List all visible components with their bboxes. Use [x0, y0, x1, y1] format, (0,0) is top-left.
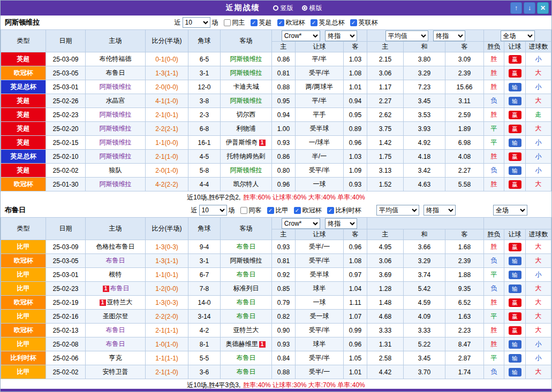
team-label: 阿斯顿维拉: [100, 139, 132, 146]
scope-controls: 全场: [484, 30, 551, 42]
scroll-up-button[interactable]: ↑: [510, 2, 522, 14]
corners: 6-8: [188, 122, 221, 136]
avg-draw-odds: 3.29: [404, 254, 445, 268]
same-venue-checkbox[interactable]: 同主: [224, 18, 245, 27]
league-badge: 欧冠杯: [1, 296, 46, 310]
handicap-away-odds: 1.07: [344, 310, 367, 324]
away-team: 标准列日: [221, 282, 272, 296]
scope-select[interactable]: 全场: [501, 30, 535, 41]
league-filter-checkbox[interactable]: 英足总杯: [311, 18, 345, 27]
team-label: 布鲁日: [237, 312, 256, 320]
match-row: 英超25-02-26水晶宫4-1(1-0)3-8阿斯顿维拉0.95平/半0.94…: [1, 94, 551, 108]
goals-over-under: 小: [526, 351, 551, 365]
result-wdl: 胜: [484, 296, 504, 310]
avg-draw-odds: 3.45: [404, 351, 445, 365]
recent-label-suffix: 场: [229, 206, 235, 215]
col-header-h-home: 主: [272, 229, 296, 240]
league-filter-checkbox[interactable]: 英超: [251, 18, 272, 27]
checkbox-label: 欧冠杯: [286, 18, 305, 27]
team-label: 阿斯顿维拉: [230, 55, 262, 63]
handicap-result: 输: [504, 94, 526, 108]
bookmaker-select[interactable]: Crow*: [282, 218, 320, 229]
average-select[interactable]: 平均值: [385, 30, 428, 41]
team-name: 阿斯顿维拉: [5, 18, 40, 27]
layout-horizontal-radio[interactable]: 横版: [302, 4, 322, 13]
layout-vertical-radio[interactable]: 竖版: [273, 4, 293, 13]
team-label: 阿斯顿维拉: [230, 257, 262, 264]
handicap-away-odds: 1.08: [344, 66, 367, 80]
league-filter-checkbox[interactable]: 比甲: [267, 206, 289, 215]
home-team: 阿斯顿维拉: [86, 80, 146, 94]
avg-home-odds: 3.06: [367, 254, 404, 268]
col-header-h-line: 让球: [296, 229, 344, 240]
results-table: 类型 日期 主场 比分(半场) 角球 客场 Crow* 终指 平均值 终指: [1, 29, 551, 191]
handicap-result: 输: [504, 80, 526, 94]
avg-home-odds: 4.68: [367, 310, 404, 324]
avg-away-odds: 2.59: [445, 108, 484, 122]
handicap-line: 受半/一: [296, 365, 344, 379]
handicap-home-odds: 0.93: [272, 136, 296, 150]
scope-select[interactable]: 全场: [493, 205, 527, 216]
team-label: 阿斯顿维拉: [230, 166, 262, 174]
league-filter-checkbox[interactable]: 英联杯: [350, 18, 378, 27]
league-filter-checkbox[interactable]: 欧冠杯: [294, 206, 322, 215]
team-label: 阿斯顿维拉: [100, 152, 132, 160]
filter-bar: 近10场同客比甲欧冠杯比利时杯: [191, 205, 361, 216]
handicap-home-odds: 0.79: [272, 296, 296, 310]
match-date: 25-01-30: [46, 178, 86, 191]
recent-results-window: 近期战绩 竖版 横版 ↑ ↓ ✕ 阿斯顿维拉 近10场同主英超欧冠杯英足总杯英联…: [0, 0, 552, 392]
avg-time-select[interactable]: 终指: [433, 30, 465, 41]
col-header-avg-home: 主: [367, 42, 404, 52]
team-label: 布鲁日: [237, 354, 256, 362]
handicap-time-select[interactable]: 终指: [325, 30, 357, 41]
handicap-time-select[interactable]: 终指: [325, 218, 357, 229]
corners: 6-7: [188, 268, 221, 282]
goals-over-under: 大: [526, 296, 551, 310]
avg-time-select[interactable]: 终指: [424, 205, 456, 216]
avg-odds-controls: 平均值 终指: [367, 30, 484, 42]
handicap-result-pill: 输: [509, 166, 521, 175]
score: 2-1(1-0): [146, 150, 188, 164]
league-filter-checkbox[interactable]: 比利时杯: [327, 206, 361, 215]
result-wdl: 胜: [484, 150, 504, 164]
col-header-away: 客场: [221, 218, 272, 240]
avg-odds-header-spacer: [367, 218, 484, 229]
same-venue-checkbox[interactable]: 同客: [240, 206, 262, 215]
scope-controls: 全场: [493, 205, 527, 216]
handicap-result: 赢: [504, 66, 526, 80]
handicap-home-odds: 0.84: [272, 351, 296, 365]
recent-count-select[interactable]: 10: [199, 205, 227, 216]
result-wdl: 负: [484, 164, 504, 178]
league-badge: 英超: [1, 108, 46, 122]
handicap-home-odds: 0.88: [272, 80, 296, 94]
avg-home-odds: 2.58: [367, 351, 404, 365]
scroll-down-button[interactable]: ↓: [524, 2, 535, 14]
goals-over-under: 大: [526, 282, 551, 296]
avg-away-odds: 2.39: [445, 254, 484, 268]
handicap-home-odds: 0.80: [272, 164, 296, 178]
home-team: 1亚特兰大: [86, 296, 146, 310]
close-button[interactable]: ✕: [537, 2, 549, 14]
away-team: 阿斯顿维拉: [221, 52, 272, 66]
result-wdl: 负: [484, 254, 504, 268]
avg-draw-odds: 3.53: [404, 108, 445, 122]
average-select[interactable]: 平均值: [376, 205, 419, 216]
result-wdl: 胜: [484, 240, 504, 254]
titlebar: 近期战绩 竖版 横版 ↑ ↓ ✕: [1, 1, 551, 16]
avg-away-odds: 2.39: [445, 66, 484, 80]
col-header-avg-away: 客: [445, 229, 484, 240]
corners: 4-5: [188, 150, 221, 164]
league-filter-checkbox[interactable]: 欧冠杯: [277, 18, 305, 27]
summary-rates: 胜率:40% 让球率:30% 大率:70% 单率:40%: [243, 381, 365, 390]
handicap-result: 赢: [504, 310, 526, 324]
home-team: 布鲁日: [86, 66, 146, 80]
corners: 8-1: [188, 337, 221, 351]
handicap-line: 一球: [296, 178, 344, 191]
team-label: 布鲁日: [106, 326, 125, 334]
result-wdl: 胜: [484, 108, 504, 122]
bookmaker-select[interactable]: Crow*: [282, 30, 320, 41]
goals-over-under: 小: [526, 136, 551, 150]
recent-count-select[interactable]: 10: [183, 17, 210, 28]
col-header-avg-home: 主: [367, 229, 404, 240]
match-date: 25-03-09: [46, 240, 86, 254]
